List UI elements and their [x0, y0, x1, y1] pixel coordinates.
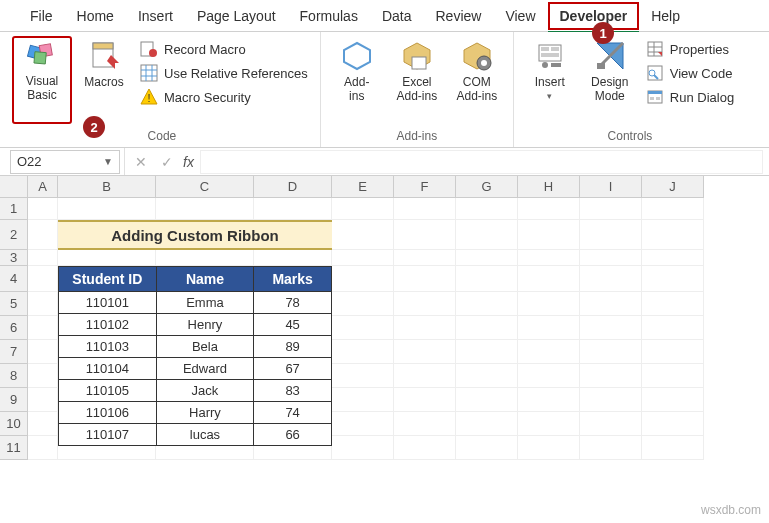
cell[interactable] — [580, 198, 642, 220]
cell[interactable] — [518, 364, 580, 388]
sheet-title-cell[interactable]: Adding Custom Ribbon — [58, 220, 332, 250]
cell[interactable] — [642, 340, 704, 364]
cell[interactable] — [456, 340, 518, 364]
row-header[interactable]: 3 — [0, 250, 28, 266]
cell[interactable] — [456, 266, 518, 292]
table-cell[interactable]: Edward — [156, 358, 254, 380]
column-header[interactable]: G — [456, 176, 518, 198]
cell[interactable] — [28, 364, 58, 388]
properties-button[interactable]: Properties — [642, 38, 738, 60]
macro-security-button[interactable]: ! Macro Security — [136, 86, 312, 108]
table-cell[interactable]: Harry — [156, 402, 254, 424]
cell[interactable] — [332, 220, 394, 250]
cell[interactable] — [28, 436, 58, 460]
table-cell[interactable]: 74 — [254, 402, 332, 424]
cell[interactable] — [394, 388, 456, 412]
cell[interactable] — [518, 266, 580, 292]
tab-data[interactable]: Data — [370, 2, 424, 30]
cell[interactable] — [518, 388, 580, 412]
cell[interactable] — [518, 316, 580, 340]
tab-page-layout[interactable]: Page Layout — [185, 2, 288, 30]
row-header[interactable]: 9 — [0, 388, 28, 412]
row-header[interactable]: 11 — [0, 436, 28, 460]
cell[interactable] — [642, 436, 704, 460]
column-header[interactable]: D — [254, 176, 332, 198]
row-header[interactable]: 7 — [0, 340, 28, 364]
row-header[interactable]: 2 — [0, 220, 28, 250]
cell[interactable] — [518, 220, 580, 250]
cell[interactable] — [28, 292, 58, 316]
cell[interactable] — [456, 388, 518, 412]
cell[interactable] — [642, 292, 704, 316]
cell[interactable] — [518, 436, 580, 460]
cell[interactable] — [58, 198, 156, 220]
table-cell[interactable]: 110103 — [59, 336, 157, 358]
column-header[interactable]: H — [518, 176, 580, 198]
column-header[interactable]: I — [580, 176, 642, 198]
cell[interactable] — [394, 292, 456, 316]
table-cell[interactable]: 45 — [254, 314, 332, 336]
cell[interactable] — [580, 266, 642, 292]
cell[interactable] — [28, 266, 58, 292]
tab-insert[interactable]: Insert — [126, 2, 185, 30]
table-header[interactable]: Name — [156, 267, 254, 292]
cell[interactable] — [332, 340, 394, 364]
row-header[interactable]: 4 — [0, 266, 28, 292]
tab-view[interactable]: View — [493, 2, 547, 30]
column-header[interactable]: E — [332, 176, 394, 198]
row-header[interactable]: 8 — [0, 364, 28, 388]
name-box-dropdown-icon[interactable]: ▼ — [103, 156, 113, 167]
cell[interactable] — [254, 250, 332, 266]
cell[interactable] — [456, 250, 518, 266]
visual-basic-button[interactable]: Visual Basic — [12, 36, 72, 124]
cell[interactable] — [580, 316, 642, 340]
cell[interactable] — [580, 340, 642, 364]
cell[interactable] — [642, 266, 704, 292]
table-cell[interactable]: lucas — [156, 424, 254, 446]
cell[interactable] — [456, 220, 518, 250]
cell[interactable] — [456, 436, 518, 460]
table-cell[interactable]: 110101 — [59, 292, 157, 314]
cell[interactable] — [580, 220, 642, 250]
cell[interactable] — [518, 340, 580, 364]
cell[interactable] — [456, 364, 518, 388]
cell[interactable] — [156, 250, 254, 266]
table-cell[interactable]: 83 — [254, 380, 332, 402]
table-cell[interactable]: 66 — [254, 424, 332, 446]
cell[interactable] — [332, 198, 394, 220]
addins-button[interactable]: Add- ins — [329, 36, 385, 106]
tab-review[interactable]: Review — [424, 2, 494, 30]
macros-button[interactable]: Macros — [76, 36, 132, 92]
cell[interactable] — [642, 250, 704, 266]
cell[interactable] — [156, 198, 254, 220]
column-header[interactable]: C — [156, 176, 254, 198]
excel-addins-button[interactable]: Excel Add-ins — [389, 36, 445, 106]
cell[interactable] — [28, 220, 58, 250]
cell[interactable] — [332, 266, 394, 292]
design-mode-button[interactable]: Design Mode — [582, 36, 638, 106]
insert-control-button[interactable]: Insert ▾ — [522, 36, 578, 104]
row-header[interactable]: 10 — [0, 412, 28, 436]
cell[interactable] — [332, 292, 394, 316]
cell[interactable] — [518, 292, 580, 316]
cell[interactable] — [642, 364, 704, 388]
cell[interactable] — [580, 436, 642, 460]
table-cell[interactable]: 110102 — [59, 314, 157, 336]
select-all-corner[interactable] — [0, 176, 28, 198]
cell[interactable] — [394, 198, 456, 220]
table-cell[interactable]: 89 — [254, 336, 332, 358]
column-header[interactable]: A — [28, 176, 58, 198]
table-cell[interactable]: 78 — [254, 292, 332, 314]
column-header[interactable]: B — [58, 176, 156, 198]
cell[interactable] — [518, 198, 580, 220]
row-header[interactable]: 6 — [0, 316, 28, 340]
cell[interactable] — [580, 412, 642, 436]
cell[interactable] — [394, 412, 456, 436]
table-cell[interactable]: Henry — [156, 314, 254, 336]
cell[interactable] — [332, 364, 394, 388]
row-header[interactable]: 5 — [0, 292, 28, 316]
column-header[interactable]: F — [394, 176, 456, 198]
table-header[interactable]: Student ID — [59, 267, 157, 292]
cell[interactable] — [394, 364, 456, 388]
cell[interactable] — [28, 250, 58, 266]
